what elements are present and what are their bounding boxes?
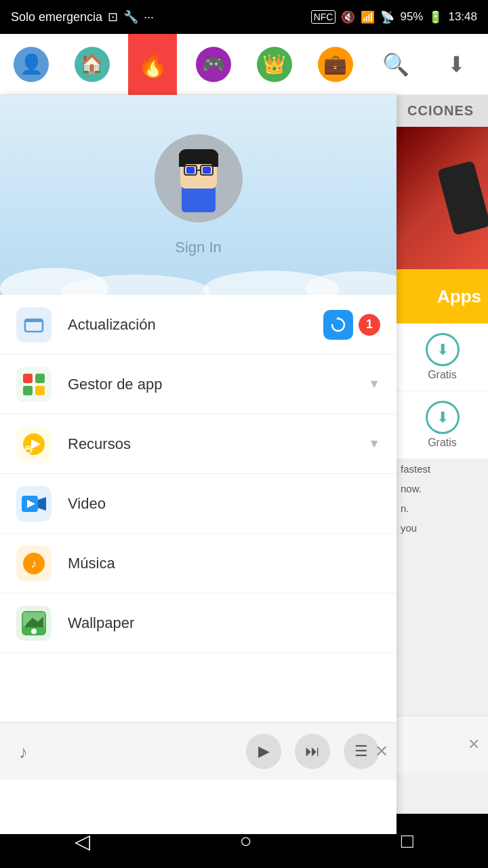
nav-fire[interactable]: 🔥	[128, 34, 177, 95]
musica-icon: ♪	[16, 546, 52, 581]
skip-button[interactable]: ⏭	[295, 734, 330, 769]
clouds-decoration	[0, 254, 396, 295]
phone-shape	[437, 161, 488, 236]
briefcase-icon: 💼	[318, 47, 353, 82]
playlist-button[interactable]: ☰	[344, 734, 379, 769]
nav-home[interactable]: 🏠	[68, 34, 117, 95]
yellow-banner: Apps	[396, 269, 488, 323]
profile-icon: 👤	[14, 47, 49, 82]
right-panel: CCIONES Apps ⬇ Gratis ⬇ Gratis fastest n…	[396, 95, 488, 834]
menu-item-wallpaper[interactable]: Wallpaper	[0, 593, 396, 653]
svg-text:♪: ♪	[31, 557, 37, 570]
music-icon-svg: ♪	[22, 551, 46, 576]
main-layout: Sign In Actualización	[0, 95, 488, 834]
badge-count: 1	[359, 314, 380, 336]
musica-label: Música	[68, 555, 380, 572]
home-icon: 🏠	[75, 47, 110, 82]
svg-rect-19	[23, 374, 33, 383]
svg-rect-7	[203, 167, 211, 174]
actualizacion-icon	[16, 307, 52, 342]
recents-button[interactable]: □	[401, 829, 413, 852]
signal-icon: 📡	[380, 10, 394, 24]
svg-rect-21	[23, 386, 33, 395]
nav-download[interactable]: ⬇	[432, 34, 481, 95]
player-controls: ▶ ⏭ ☰	[246, 734, 379, 769]
download-icon: ⬇	[447, 52, 466, 77]
nav-crown[interactable]: 👑	[250, 34, 299, 95]
update-icon-svg	[23, 314, 45, 336]
svg-rect-5	[211, 153, 218, 167]
text-snippet-3: n.	[396, 498, 488, 518]
update-app-icon	[323, 310, 353, 340]
menu-item-recursos[interactable]: Recursos ▼	[0, 414, 396, 474]
video-icon	[16, 486, 52, 521]
avatar	[155, 134, 243, 222]
app-item-2[interactable]: ⬇ Gratis	[396, 391, 488, 459]
more-icon: ···	[144, 10, 154, 24]
game-icon: 🎮	[196, 47, 231, 82]
recursos-icon-svg	[22, 432, 46, 456]
menu-item-musica[interactable]: ♪ Música	[0, 534, 396, 593]
player-music-icon: ♪	[11, 734, 46, 769]
gestor-icon	[16, 367, 52, 402]
nav-game[interactable]: 🎮	[189, 34, 238, 95]
svg-rect-4	[179, 153, 186, 167]
right-close-icon[interactable]: ✕	[468, 736, 480, 753]
grid-icon	[22, 372, 46, 397]
svg-rect-22	[35, 386, 45, 395]
nav-briefcase[interactable]: 💼	[311, 34, 360, 95]
actualizacion-badge-area: 1	[323, 310, 380, 340]
app-item-1[interactable]: ⬇ Gratis	[396, 323, 488, 391]
recursos-icon	[16, 427, 52, 462]
nfc-icon: NFC	[311, 10, 336, 24]
menu-item-gestor[interactable]: Gestor de app ▼	[0, 355, 396, 414]
sign-in-label[interactable]: Sign In	[175, 239, 222, 256]
svg-text:♪: ♪	[19, 742, 28, 762]
wallpaper-label: Wallpaper	[68, 614, 380, 632]
status-left: Solo emergencia ⊡ 🔧 ···	[11, 9, 154, 24]
svg-rect-20	[35, 374, 45, 383]
search-icon: 🔍	[382, 52, 409, 77]
download-icon-1: ⬇	[426, 333, 460, 366]
wallpaper-icon	[16, 606, 52, 641]
nav-profile[interactable]: 👤	[7, 34, 56, 95]
chevron-down-icon: ▼	[368, 377, 380, 391]
sidebar: Sign In Actualización	[0, 95, 396, 834]
menu-item-video[interactable]: Video	[0, 474, 396, 534]
svg-rect-6	[186, 167, 195, 174]
bottom-player: ♪ ▶ ⏭ ☰ ✕	[0, 722, 396, 780]
text-snippet-1: fastest	[396, 459, 488, 479]
apps-label: Apps	[437, 286, 481, 307]
carrier-text: Solo emergencia	[11, 10, 102, 24]
status-right: NFC 🔇 📶 📡 95% 🔋 13:48	[311, 10, 477, 24]
recursos-label: Recursos	[68, 435, 368, 453]
refresh-icon	[329, 316, 347, 334]
gestor-label: Gestor de app	[68, 376, 368, 393]
svg-rect-1	[182, 185, 216, 212]
menu-item-actualizacion[interactable]: Actualización 1	[0, 295, 396, 355]
video-label: Video	[68, 495, 380, 513]
status-bar: Solo emergencia ⊡ 🔧 ··· NFC 🔇 📶 📡 95% 🔋 …	[0, 0, 488, 34]
play-button[interactable]: ▶	[246, 734, 281, 769]
photo-icon: ⊡	[108, 9, 118, 24]
wifi-icon: 📶	[361, 10, 375, 24]
wallpaper-icon-svg	[22, 611, 46, 635]
chevron-down-icon-2: ▼	[368, 437, 380, 451]
top-nav: 👤 🏠 🔥 🎮 👑 💼 🔍 ⬇	[0, 34, 488, 95]
music-note-icon: ♪	[16, 739, 41, 764]
mute-icon: 🔇	[341, 10, 355, 24]
banner-image	[396, 127, 488, 269]
profile-area[interactable]: Sign In	[0, 95, 396, 295]
right-panel-label: CCIONES	[396, 95, 488, 127]
actualizacion-label: Actualización	[68, 316, 323, 334]
download-icon-2: ⬇	[426, 401, 460, 434]
gratis-label-1: Gratis	[428, 369, 457, 381]
close-player-button[interactable]: ✕	[375, 742, 388, 761]
fire-icon: 🔥	[135, 47, 170, 82]
nav-search[interactable]: 🔍	[371, 34, 420, 95]
wrench-icon: 🔧	[123, 9, 138, 24]
crown-icon: 👑	[257, 47, 292, 82]
avatar-svg	[155, 134, 243, 222]
battery-icon: 🔋	[428, 10, 443, 24]
gratis-label-2: Gratis	[428, 437, 457, 449]
